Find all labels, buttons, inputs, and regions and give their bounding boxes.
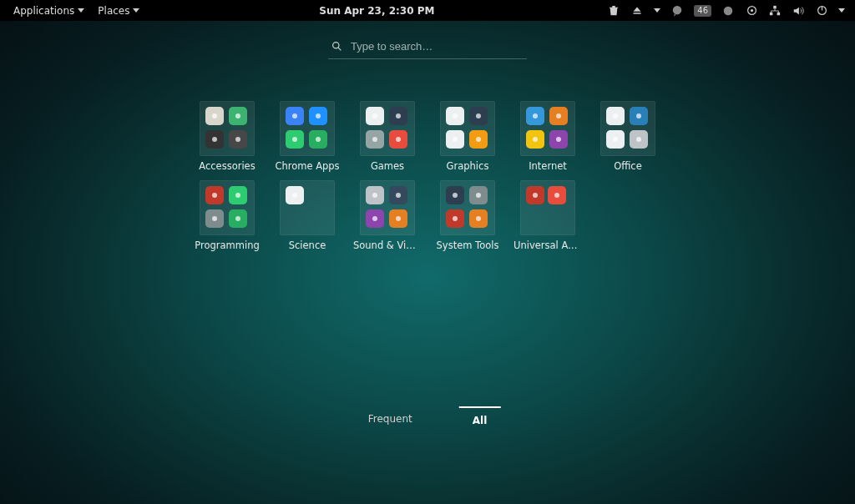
svg-rect-5 bbox=[770, 12, 773, 15]
app-folder-tile bbox=[200, 101, 255, 156]
app-folder-games[interactable]: Games bbox=[353, 101, 422, 172]
emacs-icon bbox=[229, 209, 247, 228]
chevron-down-icon bbox=[654, 8, 660, 13]
colors-icon bbox=[389, 130, 407, 149]
app-folder-internet[interactable]: Internet bbox=[514, 101, 582, 172]
app-folder-label: Sound & Vid… bbox=[353, 239, 422, 251]
app-folder-system-tools[interactable]: System Tools bbox=[433, 180, 502, 251]
places-menu[interactable]: Places bbox=[91, 0, 146, 21]
chess-icon bbox=[389, 107, 407, 125]
app-folder-science[interactable]: Science bbox=[273, 180, 341, 251]
app-folder-label: Graphics bbox=[447, 160, 489, 172]
app-folder-label: Programming bbox=[195, 239, 260, 251]
tab-all[interactable]: All bbox=[459, 406, 501, 431]
svg-point-30 bbox=[556, 137, 561, 142]
clapper-icon bbox=[389, 209, 407, 228]
search-icon bbox=[331, 41, 342, 52]
sound-juicer-icon bbox=[366, 209, 384, 228]
pidgin-icon bbox=[549, 130, 568, 149]
svg-point-47 bbox=[476, 216, 481, 221]
terminal-icon bbox=[205, 130, 224, 149]
svg-point-21 bbox=[372, 137, 377, 142]
network-icon[interactable] bbox=[768, 4, 782, 18]
power-icon[interactable] bbox=[815, 4, 828, 18]
applications-menu[interactable]: Applications bbox=[7, 0, 91, 21]
search-input[interactable] bbox=[349, 39, 524, 53]
top-panel: Applications Places Sun Apr 23, 2:30 PM … bbox=[0, 0, 855, 21]
app-folder-label: Office bbox=[614, 160, 642, 172]
eject-icon[interactable] bbox=[630, 4, 644, 18]
chat-icon[interactable] bbox=[670, 4, 684, 18]
svg-point-27 bbox=[533, 113, 538, 118]
chevron-down-icon bbox=[838, 8, 845, 13]
svg-point-38 bbox=[235, 216, 240, 221]
boxes-icon bbox=[446, 186, 464, 204]
svg-point-41 bbox=[396, 193, 401, 198]
svg-point-35 bbox=[212, 193, 217, 198]
svg-point-31 bbox=[613, 113, 618, 118]
tasks-icon bbox=[630, 130, 648, 149]
app-folder-label: Science bbox=[289, 239, 326, 251]
svg-point-34 bbox=[636, 137, 641, 142]
app-folder-office[interactable]: Office bbox=[594, 101, 662, 172]
orca-icon bbox=[526, 186, 544, 204]
view-tabs: Frequent All bbox=[355, 406, 501, 431]
software-icon bbox=[469, 209, 488, 228]
tab-frequent[interactable]: Frequent bbox=[355, 406, 426, 431]
weather-icon[interactable] bbox=[721, 4, 735, 18]
svg-point-37 bbox=[212, 216, 217, 221]
doc-viewer-alt-icon bbox=[446, 130, 464, 149]
battery-badge[interactable]: 46 bbox=[694, 5, 711, 17]
clock[interactable]: Sun Apr 23, 2:30 PM bbox=[319, 5, 434, 17]
svg-point-26 bbox=[476, 137, 481, 142]
svg-point-33 bbox=[613, 137, 618, 142]
svg-point-20 bbox=[396, 113, 401, 118]
svg-rect-6 bbox=[777, 12, 781, 15]
tweaks-icon bbox=[469, 186, 488, 204]
robots-icon bbox=[366, 130, 384, 149]
app-folder-label: Chrome Apps bbox=[275, 160, 339, 172]
volume-icon[interactable] bbox=[792, 4, 805, 18]
android-studio-icon bbox=[229, 186, 247, 204]
svg-point-13 bbox=[212, 137, 217, 142]
search-bar[interactable] bbox=[328, 38, 527, 59]
app-folder-label: Accessories bbox=[199, 160, 255, 172]
chevron-down-icon bbox=[133, 8, 139, 13]
app-folder-label: Internet bbox=[529, 160, 567, 172]
svg-point-16 bbox=[316, 113, 321, 118]
app-folder-graphics[interactable]: Graphics bbox=[433, 101, 502, 172]
svg-point-49 bbox=[554, 193, 559, 198]
app-folder-tile bbox=[520, 101, 575, 156]
calculator-icon bbox=[229, 130, 247, 149]
app-folder-tile bbox=[200, 180, 255, 235]
app-folder-sound-vid[interactable]: Sound & Vid… bbox=[353, 180, 422, 251]
movie-icon bbox=[389, 186, 407, 204]
svg-line-10 bbox=[338, 48, 341, 50]
applications-menu-label: Applications bbox=[13, 5, 74, 17]
chrome-store-icon bbox=[286, 107, 304, 125]
svg-point-19 bbox=[372, 113, 377, 118]
app-folder-tile bbox=[600, 101, 655, 156]
svg-point-0 bbox=[673, 5, 682, 14]
svg-point-28 bbox=[556, 113, 561, 118]
svg-point-40 bbox=[372, 193, 377, 198]
chromium-icon bbox=[526, 107, 544, 125]
trash-icon[interactable] bbox=[607, 4, 620, 18]
meld-icon bbox=[205, 186, 224, 204]
app-folder-grid: AccessoriesChrome AppsGamesGraphicsInter… bbox=[193, 101, 662, 251]
svg-point-11 bbox=[212, 113, 217, 118]
cherry-icon bbox=[548, 186, 566, 204]
screenshot-icon bbox=[469, 107, 488, 125]
app-folder-tile bbox=[280, 180, 335, 235]
svg-point-17 bbox=[292, 137, 297, 142]
svg-point-44 bbox=[453, 193, 458, 198]
settings-icon[interactable] bbox=[745, 4, 758, 18]
app-folder-universal-ac[interactable]: Universal Ac… bbox=[514, 180, 582, 251]
app-folder-accessories[interactable]: Accessories bbox=[193, 101, 261, 172]
activities-overview: AccessoriesChrome AppsGamesGraphicsInter… bbox=[0, 21, 855, 504]
app-folder-chrome-apps[interactable]: Chrome Apps bbox=[273, 101, 341, 172]
app-folder-programming[interactable]: Programming bbox=[193, 180, 261, 251]
app-folder-tile bbox=[440, 101, 495, 156]
svg-point-25 bbox=[453, 137, 458, 142]
svg-point-36 bbox=[235, 193, 240, 198]
